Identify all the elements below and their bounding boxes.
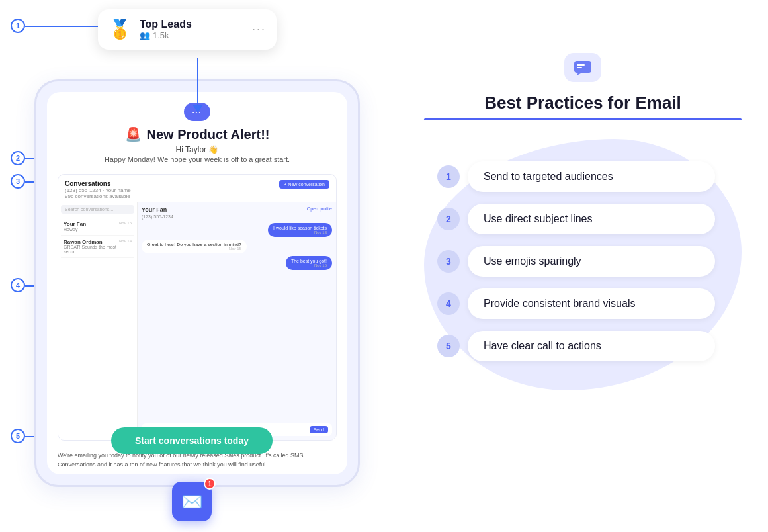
practice-pill-3: Use emojis sparingly (468, 246, 715, 277)
messages-container: I would like season tickets Nov 13 Great… (142, 223, 332, 421)
practice-item-3: 3 Use emojis sparingly (437, 246, 715, 277)
message-3: The best you got! Nov 15 (286, 256, 332, 270)
conv-right-name: Your Fan (142, 206, 332, 213)
email-subject: 🚨 New Product Alert!! (60, 126, 334, 142)
email-icon[interactable]: ✉️ 1 (172, 482, 212, 521)
top-leads-more[interactable]: ··· (252, 22, 266, 36)
badge-2: 2 (11, 151, 25, 165)
message-lines-icon (573, 60, 593, 75)
email-badge: 1 (204, 478, 216, 490)
conv-body: Search conversations... Nov 15 Your Fan … (58, 202, 336, 440)
practice-pill-2: Use direct subject lines (468, 204, 715, 234)
badge-5: 5 (11, 429, 25, 443)
conv-right-phone: (123) 555-1234 (142, 214, 332, 219)
tablet: 🚨 New Product Alert!! Hi Taylor 👋 Happy … (34, 79, 360, 487)
send-button[interactable]: Send (310, 426, 328, 433)
practice-badge-4: 4 (437, 292, 460, 315)
practice-badge-1: 1 (437, 165, 460, 188)
practice-badge-3: 3 (437, 250, 460, 273)
conversations-screenshot: Conversations (123) 555-1234 · Your name… (58, 174, 337, 441)
conv-left: Search conversations... Nov 15 Your Fan … (58, 202, 138, 440)
medal-icon: 🥇 (108, 19, 132, 40)
conv-item-2[interactable]: Nov 14 Rawan Ordman GREAT! Sounds the mo… (61, 236, 134, 258)
title-underline (424, 118, 742, 120)
alert-emoji: 🚨 (125, 126, 142, 142)
top-leads-info: Top Leads 👥 1.5k (140, 19, 244, 40)
badge-4: 4 (11, 278, 25, 292)
conv-search[interactable]: Search conversations... (61, 205, 134, 214)
practice-pill-4: Provide consistent brand visuals (468, 288, 715, 319)
top-leads-card: 🥇 Top Leads 👥 1.5k ··· (98, 9, 277, 50)
email-body-text: Happy Monday! We hope your week is off t… (60, 155, 334, 163)
practice-item-4: 4 Provide consistent brand visuals (437, 288, 715, 319)
svg-rect-2 (577, 67, 582, 68)
conv-title: Conversations (65, 180, 131, 187)
top-leads-title: Top Leads (140, 19, 244, 30)
practices-blob: 1 Send to targeted audiences 2 Use direc… (424, 139, 742, 390)
top-leads-count: 👥 1.5k (140, 30, 244, 40)
practice-badge-5: 5 (437, 335, 460, 357)
left-panel: 1 🥇 Top Leads 👥 1.5k ··· 2 3 4 5 � (0, 0, 384, 532)
best-practices-title: Best Practices for Email (424, 93, 742, 113)
conv-subtitle2: 996 conversations available (65, 193, 131, 199)
message-icon-header (564, 53, 601, 82)
practice-item-1: 1 Send to targeted audiences (437, 161, 715, 192)
conv-header: Conversations (123) 555-1234 · Your name… (58, 175, 336, 202)
message-1: I would like season tickets Nov 13 (268, 223, 332, 237)
conv-item-1[interactable]: Nov 15 Your Fan Howdy (61, 218, 134, 236)
open-profile-link[interactable]: Open profile (307, 206, 332, 211)
tablet-inner: 🚨 New Product Alert!! Hi Taylor 👋 Happy … (47, 92, 347, 474)
practice-badge-2: 2 (437, 208, 460, 230)
practice-pill-1: Send to targeted audiences (468, 161, 715, 192)
svg-rect-1 (577, 64, 585, 66)
conv-right: Open profile Your Fan (123) 555-1234 I w… (138, 202, 336, 440)
message-2: Great to hear! Do you have a section in … (142, 240, 247, 253)
conv-subtitle1: (123) 555-1234 · Your name (65, 187, 131, 193)
right-panel: Best Practices for Email 1 Send to targe… (398, 40, 768, 404)
practice-item-2: 2 Use direct subject lines (437, 204, 715, 234)
person-icon: 👥 (140, 30, 150, 40)
arrow-down (197, 58, 198, 106)
cta-button[interactable]: Start conversations today (111, 427, 273, 454)
email-greeting: Hi Taylor 👋 (60, 145, 334, 154)
practice-pill-5: Have clear call to actions (468, 331, 715, 361)
new-conversation-button[interactable]: + New conversation (279, 180, 329, 189)
badge-3: 3 (11, 174, 25, 189)
svg-rect-0 (574, 61, 591, 73)
badge-1: 1 (11, 19, 25, 33)
practice-item-5: 5 Have clear call to actions (437, 331, 715, 361)
